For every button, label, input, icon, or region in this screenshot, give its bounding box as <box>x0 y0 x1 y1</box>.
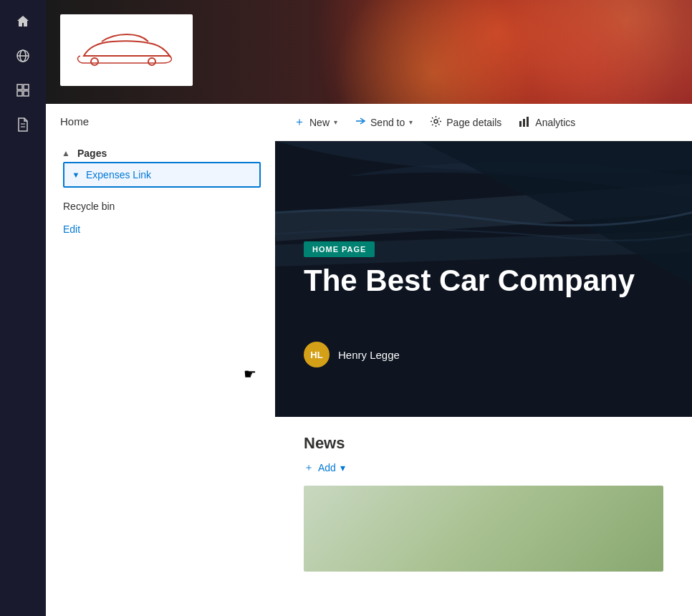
main-area: Home ▲ Pages ▼ Expenses Link Recycle bin… <box>46 0 692 616</box>
sidebar-recycle-bin[interactable]: Recycle bin <box>46 193 275 218</box>
author-avatar: HL <box>304 342 330 367</box>
news-add-button[interactable]: ＋ Add ▾ <box>304 461 663 474</box>
nav-globe-icon[interactable] <box>7 40 39 72</box>
news-section: News ＋ Add ▾ <box>275 417 692 616</box>
news-preview-image <box>304 486 663 572</box>
new-label: New <box>309 117 330 128</box>
sidebar-item-expenses-link[interactable]: ▼ Expenses Link <box>63 162 261 188</box>
svg-point-10 <box>148 58 155 65</box>
news-add-label: Add <box>318 462 336 473</box>
news-title: News <box>304 434 663 453</box>
nav-grid-icon[interactable] <box>7 74 39 106</box>
toolbar: ＋ New ▾ Send to ▾ <box>275 104 692 141</box>
analytics-icon <box>519 115 531 130</box>
author-name: Henry Legge <box>338 349 400 361</box>
sidebar-edit-link[interactable]: Edit <box>46 218 275 246</box>
hero-title: The Best Car Company <box>304 263 663 299</box>
hero-author: HL Henry Legge <box>304 342 400 367</box>
hero-header <box>46 0 692 104</box>
news-add-caret: ▾ <box>340 462 345 473</box>
expenses-link-label: Expenses Link <box>86 169 151 181</box>
sidebar-pages-section: ▲ Pages ▼ Expenses Link <box>46 139 275 193</box>
pages-label: Pages <box>77 148 107 159</box>
content-area: Home ▲ Pages ▼ Expenses Link Recycle bin… <box>46 104 692 616</box>
sidebar-home-link[interactable]: Home <box>46 104 275 139</box>
pages-section-header[interactable]: ▲ Pages <box>60 148 261 159</box>
news-plus-icon: ＋ <box>304 461 314 474</box>
page-details-label: Page details <box>446 117 501 128</box>
cursor-hand: ☛ <box>244 365 256 382</box>
chevron-up-icon: ▲ <box>60 148 72 159</box>
send-to-caret-icon: ▾ <box>409 118 413 126</box>
logo-car-svg <box>69 29 184 72</box>
svg-point-11 <box>434 120 438 123</box>
svg-rect-4 <box>24 85 29 90</box>
nav-home-icon[interactable] <box>7 6 39 37</box>
send-icon <box>355 115 366 130</box>
chevron-down-sm-icon: ▼ <box>70 169 82 181</box>
analytics-label: Analytics <box>535 117 575 128</box>
svg-point-9 <box>91 58 98 65</box>
homepage-badge: HOME PAGE <box>304 241 375 257</box>
svg-rect-5 <box>17 91 22 96</box>
svg-rect-12 <box>519 121 522 127</box>
page-hero: HOME PAGE The Best Car Company HL Henry … <box>275 141 692 417</box>
gear-icon <box>430 115 442 130</box>
send-to-label: Send to <box>370 117 405 128</box>
send-to-button[interactable]: Send to ▾ <box>347 111 420 134</box>
new-button[interactable]: ＋ New ▾ <box>287 110 345 134</box>
page-content: ＋ New ▾ Send to ▾ <box>275 104 692 616</box>
page-details-button[interactable]: Page details <box>423 111 509 134</box>
plus-icon: ＋ <box>294 115 305 130</box>
svg-rect-3 <box>17 85 22 90</box>
svg-rect-13 <box>523 119 525 127</box>
analytics-button[interactable]: Analytics <box>511 111 582 134</box>
sidebar-items-list: ▼ Expenses Link <box>60 162 261 188</box>
nav-rail <box>0 0 46 616</box>
sidebar: Home ▲ Pages ▼ Expenses Link Recycle bin… <box>46 104 275 616</box>
nav-document-icon[interactable] <box>7 109 39 140</box>
logo-box <box>60 14 193 86</box>
svg-rect-14 <box>527 117 529 127</box>
svg-rect-6 <box>24 91 29 96</box>
new-caret-icon: ▾ <box>334 118 337 126</box>
